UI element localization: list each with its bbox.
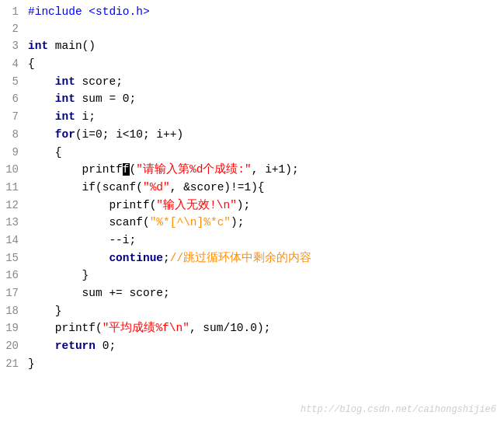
- code-line: 8 for(i=0; i<10; i++): [0, 126, 504, 144]
- line-content: return 0;: [28, 337, 116, 354]
- code-line: 18 }: [0, 302, 504, 320]
- line-number: 18: [0, 303, 19, 320]
- line-number: 1: [0, 4, 19, 21]
- line-content: sum += score;: [28, 284, 170, 302]
- code-line: 1#include <stdio.h>: [0, 3, 504, 21]
- line-content: printf("输入无效!\n");: [28, 197, 250, 214]
- line-number: 20: [0, 338, 19, 355]
- code-line: 6 int sum = 0;: [0, 90, 504, 108]
- line-content: {: [28, 55, 35, 72]
- code-line: 11 if(scanf("%d", &score)!=1){: [0, 179, 504, 197]
- line-number: 4: [0, 56, 19, 73]
- code-line: 14 --i;: [0, 232, 504, 249]
- watermark: http://blog.csdn.net/caihongshijie6: [301, 403, 496, 417]
- code-line: 12 printf("输入无效!\n");: [0, 197, 504, 214]
- line-number: 21: [0, 356, 19, 373]
- line-content: int score;: [28, 73, 123, 90]
- code-line: 13 scanf("%*[^\n]%*c");: [0, 214, 504, 232]
- code-line: 10 printff("请输入第%d个成绩:", i+1);: [0, 161, 504, 179]
- line-number: 6: [0, 91, 19, 108]
- line-content: int main(): [28, 37, 96, 54]
- code-line: 2: [0, 21, 504, 38]
- code-line: 17 sum += score;: [0, 284, 504, 302]
- code-line: 7 int i;: [0, 108, 504, 126]
- line-number: 8: [0, 127, 19, 144]
- line-content: if(scanf("%d", &score)!=1){: [28, 179, 265, 196]
- code-line: 5 int score;: [0, 73, 504, 91]
- code-line: 16 }: [0, 267, 504, 284]
- line-number: 10: [0, 162, 19, 179]
- code-line: 9 {: [0, 144, 504, 162]
- line-content: }: [28, 302, 62, 319]
- line-content: continue;//跳过循环体中剩余的内容: [28, 249, 311, 267]
- line-number: 16: [0, 267, 19, 284]
- line-number: 7: [0, 109, 19, 126]
- code-line: 20 return 0;: [0, 337, 504, 355]
- line-content: printf("平均成绩%f\n", sum/10.0);: [28, 319, 270, 337]
- text-cursor: f: [123, 163, 130, 176]
- code-line: 15 continue;//跳过循环体中剩余的内容: [0, 249, 504, 267]
- line-number: 5: [0, 74, 19, 91]
- line-content: }: [28, 355, 35, 372]
- line-content: --i;: [28, 232, 136, 249]
- line-number: 15: [0, 250, 19, 267]
- line-content: scanf("%*[^\n]%*c");: [28, 214, 244, 231]
- line-number: 13: [0, 214, 19, 232]
- line-content: }: [28, 267, 89, 284]
- line-number: 11: [0, 180, 19, 197]
- line-content: int sum = 0;: [28, 90, 136, 107]
- line-number: 19: [0, 320, 19, 337]
- line-number: 12: [0, 197, 19, 214]
- code-line: 4{: [0, 55, 504, 73]
- code-line: 19 printf("平均成绩%f\n", sum/10.0);: [0, 319, 504, 337]
- line-content: {: [28, 144, 62, 161]
- code-line: 3int main(): [0, 37, 504, 55]
- line-number: 3: [0, 38, 19, 55]
- line-number: 17: [0, 285, 19, 302]
- code-editor: 1#include <stdio.h>23int main()4{5 int s…: [0, 0, 504, 422]
- line-content: for(i=0; i<10; i++): [28, 126, 183, 143]
- line-number: 9: [0, 145, 19, 162]
- code-line: 21}: [0, 355, 504, 373]
- line-content: int i;: [28, 108, 96, 125]
- line-number: 14: [0, 232, 19, 249]
- line-content: #include <stdio.h>: [28, 3, 150, 20]
- line-content: printff("请输入第%d个成绩:", i+1);: [28, 161, 299, 178]
- line-number: 2: [0, 21, 19, 38]
